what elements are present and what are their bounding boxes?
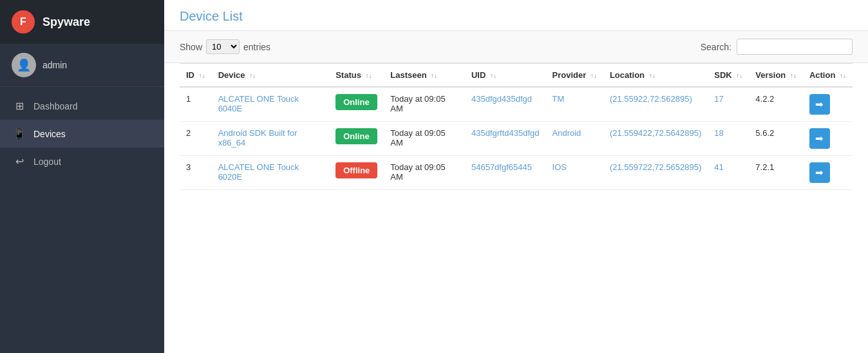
cell-action: ➡ [803,122,853,156]
provider-link[interactable]: Android [552,128,581,138]
uid-link[interactable]: 54657dfgf65445 [471,162,532,172]
avatar: 👤 [12,53,36,77]
action-button[interactable]: ➡ [809,94,830,115]
sidebar: F Spyware 👤 admin ⊞ Dashboard 📱 Devices … [0,0,164,353]
device-link[interactable]: ALCATEL ONE Touck 6040E [218,94,299,113]
sdk-link[interactable]: 17 [714,94,723,104]
cell-device: ALCATEL ONE Touck 6040E [212,87,330,122]
cell-status: Online [329,87,384,122]
show-label: Show [180,42,202,52]
sidebar-nav: ⊞ Dashboard 📱 Devices ↩ Logout [0,87,164,353]
col-uid[interactable]: UID ↑↓ [465,64,546,88]
cell-uid: 435dfgrftd435dfgd [465,122,546,156]
page-header: Device List [164,0,868,31]
location-link[interactable]: (21.559722,72.5652895) [610,162,701,172]
search-control: Search: [701,39,853,55]
col-action[interactable]: Action ↑↓ [803,64,853,88]
devices-icon: 📱 [13,128,26,140]
location-link[interactable]: (21.559422,72.5642895) [610,128,701,138]
table-row: 2 Android SDK Built for x86_64 Online To… [180,122,853,156]
location-link[interactable]: (21.55922,72.562895) [610,94,692,104]
cell-sdk: 18 [708,122,749,156]
sidebar-item-dashboard[interactable]: ⊞ Dashboard [0,92,164,120]
device-link[interactable]: ALCATEL ONE Touck 6020E [218,162,299,182]
cell-action: ➡ [803,156,853,190]
table-row: 1 ALCATEL ONE Touck 6040E Online Today a… [180,87,853,122]
col-lastseen[interactable]: Lastseen ↑↓ [384,64,465,88]
sidebar-item-devices[interactable]: 📱 Devices [0,120,164,148]
sdk-link[interactable]: 41 [714,162,723,172]
entries-select[interactable]: 10 25 50 100 [206,39,240,54]
action-button[interactable]: ➡ [809,162,830,183]
provider-link[interactable]: IOS [552,162,567,172]
table-controls: Show 10 25 50 100 entries Search: [164,31,868,63]
col-sdk[interactable]: SDK ↑↓ [708,64,749,88]
status-badge: Offline [335,162,377,178]
device-link[interactable]: Android SDK Built for x86_64 [218,128,297,148]
cell-status: Online [329,122,384,156]
uid-link[interactable]: 435dfgrftd435dfgd [471,128,540,138]
provider-link[interactable]: TM [552,94,565,104]
cell-provider: IOS [546,156,603,190]
status-badge: Online [335,128,377,144]
cell-id: 2 [180,122,212,156]
cell-device: ALCATEL ONE Touck 6020E [212,156,330,190]
app-header: F Spyware [0,0,164,44]
cell-version: 5.6.2 [749,122,803,156]
cell-lastseen: Today at 09:05 AM [384,87,465,122]
cell-sdk: 17 [708,87,749,122]
cell-sdk: 41 [708,156,749,190]
table-wrapper: ID ↑↓ Device ↑↓ Status ↑↓ Lastseen ↑↓ UI… [164,63,868,353]
col-location[interactable]: Location ↑↓ [603,64,708,88]
cell-id: 1 [180,87,212,122]
status-badge: Online [335,94,377,110]
dashboard-icon: ⊞ [13,100,26,112]
cell-location: (21.55922,72.562895) [603,87,708,122]
cell-lastseen: Today at 09:05 AM [384,122,465,156]
logout-icon: ↩ [13,155,26,167]
cell-location: (21.559422,72.5642895) [603,122,708,156]
col-version[interactable]: Version ↑↓ [749,64,803,88]
search-label: Search: [701,42,731,52]
cell-provider: TM [546,87,603,122]
uid-link[interactable]: 435dfgd435dfgd [471,94,532,104]
table-body: 1 ALCATEL ONE Touck 6040E Online Today a… [180,87,853,190]
table-row: 3 ALCATEL ONE Touck 6020E Offline Today … [180,156,853,190]
page-title: Device List [180,9,853,24]
cell-uid: 435dfgd435dfgd [465,87,546,122]
cell-uid: 54657dfgf65445 [465,156,546,190]
app-name: Spyware [42,15,90,29]
col-device[interactable]: Device ↑↓ [212,64,330,88]
username-label: admin [42,60,67,70]
col-status[interactable]: Status ↑↓ [329,64,384,88]
cell-location: (21.559722,72.5652895) [603,156,708,190]
user-profile: 👤 admin [0,44,164,87]
sdk-link[interactable]: 18 [714,128,723,138]
cell-device: Android SDK Built for x86_64 [212,122,330,156]
cell-status: Offline [329,156,384,190]
device-table: ID ↑↓ Device ↑↓ Status ↑↓ Lastseen ↑↓ UI… [180,63,853,190]
action-button[interactable]: ➡ [809,128,830,149]
cell-version: 4.2.2 [749,87,803,122]
cell-action: ➡ [803,87,853,122]
sidebar-item-label: Dashboard [33,101,78,111]
show-entries-control: Show 10 25 50 100 entries [180,39,270,54]
sidebar-item-logout[interactable]: ↩ Logout [0,148,164,175]
sidebar-item-label: Devices [33,129,66,139]
entries-label: entries [243,42,270,52]
cell-version: 7.2.1 [749,156,803,190]
col-provider[interactable]: Provider ↑↓ [546,64,603,88]
sidebar-item-label: Logout [33,157,61,167]
table-header: ID ↑↓ Device ↑↓ Status ↑↓ Lastseen ↑↓ UI… [180,64,853,88]
cell-provider: Android [546,122,603,156]
main-content: Device List Show 10 25 50 100 entries Se… [164,0,868,353]
col-id[interactable]: ID ↑↓ [180,64,212,88]
search-input[interactable] [737,39,853,55]
cell-id: 3 [180,156,212,190]
app-icon: F [12,10,35,33]
cell-lastseen: Today at 09:05 AM [384,156,465,190]
